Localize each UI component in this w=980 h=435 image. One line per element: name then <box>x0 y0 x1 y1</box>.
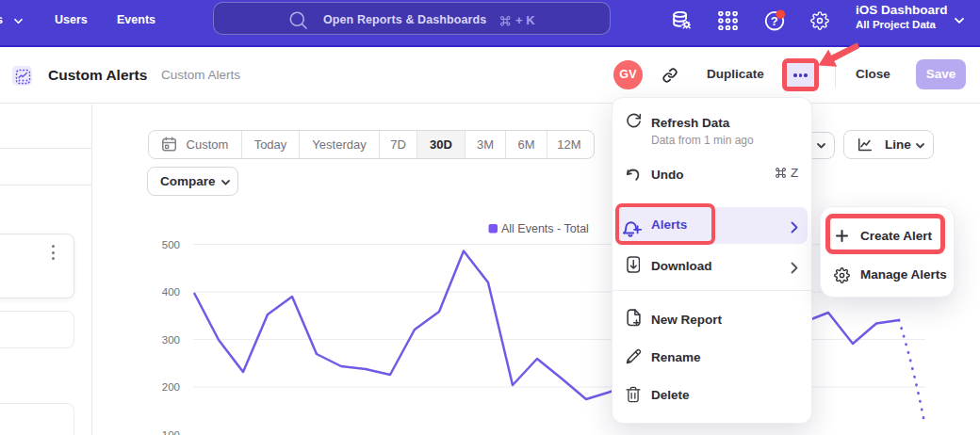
svg-text:400: 400 <box>162 286 180 298</box>
svg-text:500: 500 <box>162 239 180 250</box>
svg-text:100: 100 <box>162 429 180 435</box>
svg-text:All Events - Total: All Events - Total <box>501 222 589 235</box>
svg-text:200: 200 <box>162 381 180 393</box>
svg-text:300: 300 <box>162 334 180 346</box>
